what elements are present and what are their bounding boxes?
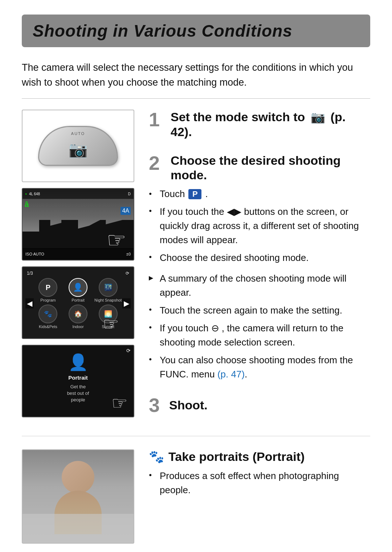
portrait-bullet-1: Produces a soft effect when photographin… [149,469,370,497]
night-icon: 🌃 [99,278,118,297]
lcd-top-bar: ▪ 4L 648 D [23,189,134,199]
touch-p-line: Touch P . [149,188,370,200]
step-2-arrow-bullets: A summary of the chosen shooting mode wi… [149,271,370,300]
portrait-screen-title: Portrait [28,375,128,381]
section-header: Shooting in Various Conditions [22,15,370,47]
lcd-modes-top-bar: 1/3 ⟳ [25,270,131,278]
touch-label: Touch [160,188,185,200]
bullet-choose-mode: Choose the desired shooting mode. [149,251,370,265]
hand-touch-icon: ☞ [107,227,126,253]
mode-switch-image: AUTO 📷 [22,110,134,182]
portrait-screen-icon: 👤 [28,353,128,372]
steps-area: AUTO 📷 ▪ 4L 648 D â 4A ISO AUTO ±0 [22,110,370,429]
step-2-bullets: If you touch the ◀▶ buttons on the scree… [149,205,370,265]
portrait-photo [22,449,134,544]
bullet-summary-arrow: A summary of the chosen shooting mode wi… [149,271,370,300]
p-mode-box: P [188,189,201,199]
right-text-col: 1 Set the mode switch to 📷 (p. 42). 2 Ch… [149,110,370,429]
portrait-title: 🐾 Take portraits (Portrait) [149,449,370,464]
divider [22,436,370,436]
portrait-section: 🐾 Take portraits (Portrait) Produces a s… [22,449,370,544]
lcd-photo-screen: ▪ 4L 648 D â 4A ISO AUTO ±0 ☞ [22,188,134,261]
bullet-return: If you touch ⊖ , the camera will return … [149,321,370,349]
step-3-title: Shoot. [169,398,208,413]
arrow-right-icon[interactable]: ▶ [122,298,131,308]
step-1-title: Set the mode switch to 📷 (p. 42). [171,110,370,139]
mode-item-night[interactable]: 🌃 Night Snapshot [94,278,122,302]
kids-label: Kids&Pets [39,324,57,329]
portrait-heading: Take portraits (Portrait) [168,450,305,464]
lcd-modes-screen: 1/3 ⟳ ◀ P Program 👤 Portrait [22,266,134,339]
portrait-two-col: 🐾 Take portraits (Portrait) Produces a s… [22,449,370,544]
indoor-icon: 🏠 [69,304,87,323]
portrait-left-col [22,449,134,544]
step-2: 2 Choose the desired shooting mode. Touc… [149,153,370,382]
bullet-func-menu: You can also choose shooting modes from … [149,353,370,381]
portrait-feature-icon: 🐾 [149,449,164,464]
camera-symbol: 📷 [311,111,328,124]
portrait-mode-icon: 👤 [69,278,87,297]
portrait-label: Portrait [72,298,84,302]
indoor-label: Indoor [72,324,83,329]
mode-item-kids[interactable]: 🐾 Kids&Pets [34,304,62,329]
hand-select-icon: ☞ [103,314,119,335]
program-icon: P [38,278,57,297]
arrow-left-icon[interactable]: ◀ [25,298,34,308]
night-label: Night Snapshot [94,298,122,302]
mode-item-indoor[interactable]: 🏠 Indoor [64,304,92,329]
page-container: Shooting in Various Conditions The camer… [0,0,392,552]
step-3-header: 3 Shoot. [149,395,370,415]
mode-item-portrait[interactable]: 👤 Portrait [64,278,92,302]
program-label: Program [40,298,56,302]
lcd-portrait-screen: ⟳ 👤 Portrait Get thebest out ofpeople ☞ [22,345,134,417]
intro-text: The camera will select the necessary set… [22,60,370,99]
kids-icon: 🐾 [38,304,57,323]
step-2-title: Choose the desired shooting mode. [171,153,370,183]
step-1-header: 1 Set the mode switch to 📷 (p. 42). [149,110,370,139]
portrait-bullets: Produces a soft effect when photographin… [149,469,370,497]
bullet-touch-buttons: If you touch the ◀▶ buttons on the scree… [149,205,370,247]
step-3-number: 3 [149,395,165,415]
step-2-more-bullets: Touch the screen again to make the setti… [149,303,370,381]
hand-portrait-icon: ☞ [111,393,128,414]
mode-item-program[interactable]: P Program [34,278,62,302]
step-1-number: 1 [149,110,165,129]
step-2-number: 2 [149,153,165,173]
step-2-header: 2 Choose the desired shooting mode. [149,153,370,183]
bullet-touch-again: Touch the screen again to make the setti… [149,303,370,318]
func-menu-link[interactable]: (p. 47) [217,369,245,380]
page-title: Shooting in Various Conditions [33,21,359,41]
portrait-right-col: 🐾 Take portraits (Portrait) Produces a s… [149,449,370,501]
step-1: 1 Set the mode switch to 📷 (p. 42). [149,110,370,139]
step-3: 3 Shoot. [149,395,370,415]
left-images-col: AUTO 📷 ▪ 4L 648 D â 4A ISO AUTO ±0 [22,110,134,417]
